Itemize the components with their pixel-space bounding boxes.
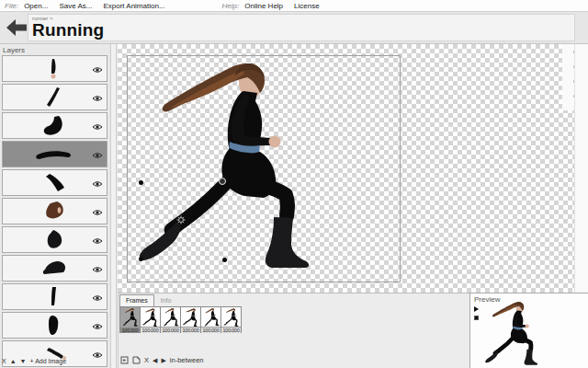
menu-bar: File: Open... Save As... Export Animatio… xyxy=(0,0,588,12)
layer-thumb-front-thigh xyxy=(12,114,95,138)
help-menu-group-label: Help: xyxy=(222,2,240,10)
bottom-panel: Frames Info 100.000 100.000 xyxy=(0,293,588,368)
layer-item-front-foot[interactable] xyxy=(2,255,107,282)
frames-panel: Frames Info 100.000 100.000 xyxy=(118,293,469,368)
inbetween-label: in-between xyxy=(170,356,204,364)
menu-online-help[interactable]: Online Help xyxy=(244,2,283,10)
layer-thumb-head xyxy=(12,200,95,224)
layer-item-head[interactable] xyxy=(2,198,107,224)
layer-thumb-upper-arm xyxy=(12,57,95,81)
layer-thumb-rear-foot xyxy=(12,228,95,252)
visibility-eye-icon[interactable] xyxy=(92,152,103,159)
preview-stop-icon[interactable] xyxy=(474,316,479,320)
layer-thumb-front-foot xyxy=(12,257,95,281)
frame-cell-5[interactable]: 100.000 xyxy=(200,306,221,333)
menu-open[interactable]: Open... xyxy=(24,2,48,10)
back-button[interactable] xyxy=(6,17,28,38)
paste-frame-icon[interactable] xyxy=(132,356,141,364)
frame-cell-1[interactable]: 100.000 xyxy=(119,306,141,333)
tab-info[interactable]: Info xyxy=(154,294,178,306)
frame-cell-6[interactable]: 100.000 xyxy=(220,306,242,333)
frame-duration: 100.000 xyxy=(161,327,180,333)
layer-item-rear-calf[interactable] xyxy=(2,169,107,196)
frame-cell-3[interactable]: 100.000 xyxy=(160,306,181,333)
preview-play-icon[interactable] xyxy=(474,306,479,312)
delete-frame-button[interactable]: X xyxy=(144,356,149,364)
header-bar: runner > Running xyxy=(0,12,588,44)
layer-item-front-calf[interactable] xyxy=(2,141,107,167)
animation-title-box[interactable]: runner > Running xyxy=(28,14,575,41)
frame-thumbnail xyxy=(181,307,200,327)
visibility-eye-icon[interactable] xyxy=(92,209,103,216)
frame-thumbnail xyxy=(221,307,241,327)
frames-tab-bar: Frames Info xyxy=(119,294,177,306)
frame-thumbnail xyxy=(201,307,220,327)
layer-thumb-rear-calf xyxy=(12,171,95,195)
visibility-eye-icon[interactable] xyxy=(92,266,103,273)
frame-thumbnail xyxy=(161,307,180,327)
back-arrow-icon xyxy=(6,17,28,38)
preview-runner-figure xyxy=(483,301,540,366)
visibility-eye-icon[interactable] xyxy=(92,180,103,188)
menu-save-as[interactable]: Save As... xyxy=(59,2,92,10)
visibility-eye-icon[interactable] xyxy=(92,95,103,102)
file-menu-group-label: File: xyxy=(5,2,18,10)
pivot-point-bottom-left[interactable] xyxy=(139,257,143,261)
layer-thumb-front-calf xyxy=(12,143,95,167)
frame-cell-4[interactable]: 100.000 xyxy=(180,306,201,333)
layer-item-rear-foot[interactable] xyxy=(2,226,107,253)
canvas-right-gutter xyxy=(574,44,588,293)
visibility-eye-icon[interactable] xyxy=(92,123,103,131)
menu-license[interactable]: License xyxy=(294,2,320,10)
layer-item-forearm[interactable] xyxy=(2,84,107,110)
next-frame-button[interactable]: ▶ xyxy=(161,357,165,364)
layer-thumb-forearm xyxy=(12,86,95,109)
layers-panel-title: Layers xyxy=(0,44,109,55)
copy-frame-icon[interactable] xyxy=(120,356,129,364)
layer-item-front-thigh[interactable] xyxy=(2,112,107,139)
frame-duration: 100.000 xyxy=(120,327,140,333)
visibility-eye-icon[interactable] xyxy=(92,66,103,74)
menu-export-animation[interactable]: Export Animation... xyxy=(103,2,164,10)
frame-duration: 100.000 xyxy=(141,327,160,333)
frames-toolbar: X ◀ ▶ in-between xyxy=(120,356,204,364)
frame-strip: 100.000 100.000 100.000 xyxy=(119,306,241,333)
frame-thumbnail xyxy=(141,307,160,327)
pivot-point-left[interactable] xyxy=(139,180,143,185)
animation-canvas[interactable]: + − □ 1 xyxy=(118,44,574,293)
frame-duration: 100.000 xyxy=(181,327,200,333)
hip-joint-handle[interactable] xyxy=(219,178,226,185)
frame-duration: 100.000 xyxy=(221,327,241,333)
zoom-toolbar: + − □ 1 xyxy=(562,44,574,110)
prev-frame-button[interactable]: ◀ xyxy=(153,357,157,364)
pivot-point-bottom-center[interactable] xyxy=(222,258,227,262)
layer-item-upper-arm[interactable] xyxy=(2,55,107,82)
frame-thumbnail xyxy=(120,307,140,327)
tab-frames[interactable]: Frames xyxy=(119,294,154,306)
frame-cell-2[interactable]: 100.000 xyxy=(140,306,161,333)
visibility-eye-icon[interactable] xyxy=(92,237,103,245)
page-title: Running xyxy=(32,21,571,40)
app-window: File: Open... Save As... Export Animatio… xyxy=(0,0,588,368)
preview-panel: Preview xyxy=(469,293,588,368)
runner-character[interactable] xyxy=(133,60,317,271)
knee-joint-handle-icon[interactable] xyxy=(176,215,186,224)
frame-duration: 100.000 xyxy=(201,327,220,333)
